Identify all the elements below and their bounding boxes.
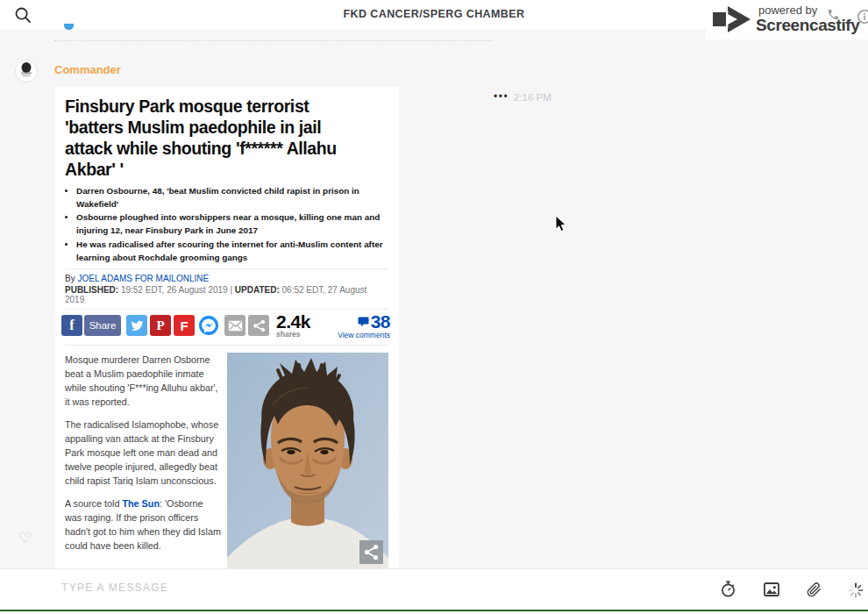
article-text-column: Mosque murderer Darren Osborne beat a Mu… [65, 353, 222, 603]
article-body: Mosque murderer Darren Osborne beat a Mu… [65, 353, 388, 603]
article-bullet: Osbourne ploughed into worshippers near … [76, 211, 388, 237]
article-paragraph: The radicalised Islamophobe, whose appal… [65, 418, 222, 488]
heart-reaction-icon[interactable]: ♡ [18, 529, 32, 546]
share-stats: 2.4k shares [276, 312, 310, 339]
image-upload-icon[interactable] [764, 582, 779, 596]
article-paragraph: A source told The Sun: 'Osborne was ragi… [65, 496, 222, 553]
article-bullet: He was radicalised after scouring the in… [76, 239, 388, 264]
comment-count: 38 [338, 312, 390, 332]
chat-app-window: FKD CANCER/SPERG CHAMBER powered by Scre… [0, 0, 868, 614]
message-divider [54, 40, 491, 41]
article-bullet-list: Darren Osbourne, 48, 'beat Muslim convic… [65, 185, 388, 264]
divider [65, 345, 388, 346]
loading-spinner-icon [848, 582, 864, 598]
timer-icon[interactable] [721, 581, 736, 597]
article-screenshot-attachment[interactable]: Finsbury Park mosque terrorist 'batters … [54, 87, 399, 611]
article-headline: Finsbury Park mosque terrorist 'batters … [65, 96, 388, 180]
pinterest-icon: P [150, 315, 171, 336]
screencastify-brand: Screencastify [756, 16, 859, 35]
message-composer [0, 568, 868, 614]
mouse-cursor [555, 215, 567, 236]
article-byline: By JOEL ADAMS FOR MAILONLINE [65, 274, 388, 283]
share-count: 2.4k [276, 312, 310, 332]
flipboard-icon: F [174, 315, 195, 336]
article-bullet: Darren Osbourne, 48, 'beat Muslim convic… [76, 185, 388, 211]
mugshot-photo [227, 353, 388, 569]
facebook-share-button: Share [84, 315, 121, 336]
view-comments-label: View comments [338, 331, 390, 339]
info-icon[interactable] [857, 9, 868, 28]
comment-bubble-icon [358, 317, 369, 327]
message-timestamp: 2:16 PM [514, 92, 551, 103]
article-published-line: PUBLISHED: 19:52 EDT, 26 August 2019 | U… [65, 285, 388, 304]
avatar[interactable] [15, 60, 38, 82]
attachment-paperclip-icon[interactable] [807, 582, 822, 597]
article-social-bar: f Share P F 2.4k shares [61, 315, 392, 342]
email-icon [224, 315, 245, 336]
screencastify-logo-icon [711, 4, 753, 39]
facebook-icon: f [61, 315, 82, 336]
screencastify-watermark: powered by Screencastify [706, 0, 868, 39]
byline-author-link: JOEL ADAMS FOR MAILONLINE [77, 274, 209, 283]
share-nodes-icon [248, 315, 269, 336]
bottom-green-line [0, 610, 868, 611]
divider [65, 268, 388, 269]
message-options-button[interactable]: ••• [494, 90, 509, 103]
phone-icon[interactable] [827, 8, 840, 25]
twitter-icon [126, 315, 147, 336]
messenger-icon [198, 315, 219, 336]
message-username[interactable]: Commander [54, 63, 121, 76]
the-sun-link: The Sun [122, 498, 160, 509]
view-comments: 38 View comments [338, 312, 390, 339]
message-input[interactable] [60, 581, 554, 595]
photo-share-icon [359, 540, 383, 564]
divider [65, 309, 388, 310]
article-paragraph: Mosque murderer Darren Osborne beat a Mu… [65, 353, 222, 409]
powered-by-label: powered by [758, 4, 817, 17]
